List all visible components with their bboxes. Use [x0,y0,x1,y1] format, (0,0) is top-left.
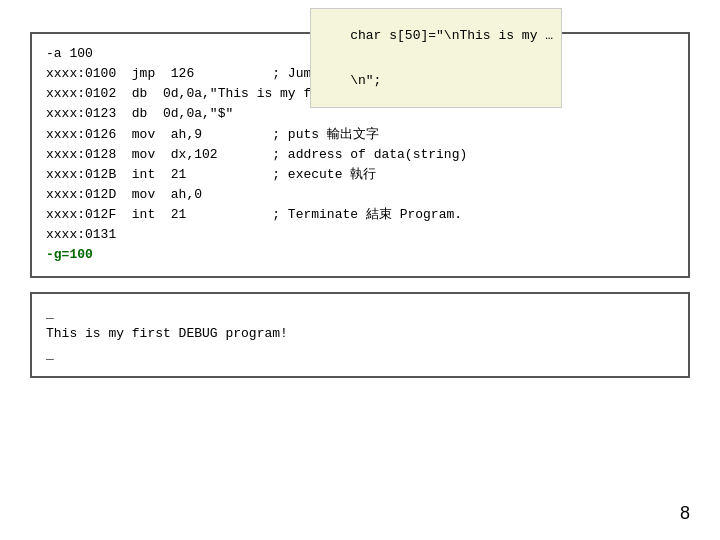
code-line: xxxx:012B int 21 ; execute 執行 [46,165,674,185]
page-number: 8 [680,503,690,524]
output-box: _ This is my first DEBUG program! _ [30,292,690,378]
code-line: xxxx:012F int 21 ; Terminate 結束 Program. [46,205,674,225]
tooltip-line2: \n"; [350,73,381,88]
code-line: xxxx:012D mov ah,0 [46,185,674,205]
code-line: xxxx:0126 mov ah,9 ; puts 輸出文字 [46,125,674,145]
tooltip-line1: char s[50]="\nThis is my … [350,28,553,43]
code-line: -g=100 [46,245,674,265]
tooltip-box: char s[50]="\nThis is my … \n"; [310,8,562,108]
code-line: xxxx:0128 mov dx,102 ; address of data(s… [46,145,674,165]
code-line: xxxx:0131 [46,225,674,245]
main-container: char s[50]="\nThis is my … \n"; -a 100xx… [0,0,720,398]
